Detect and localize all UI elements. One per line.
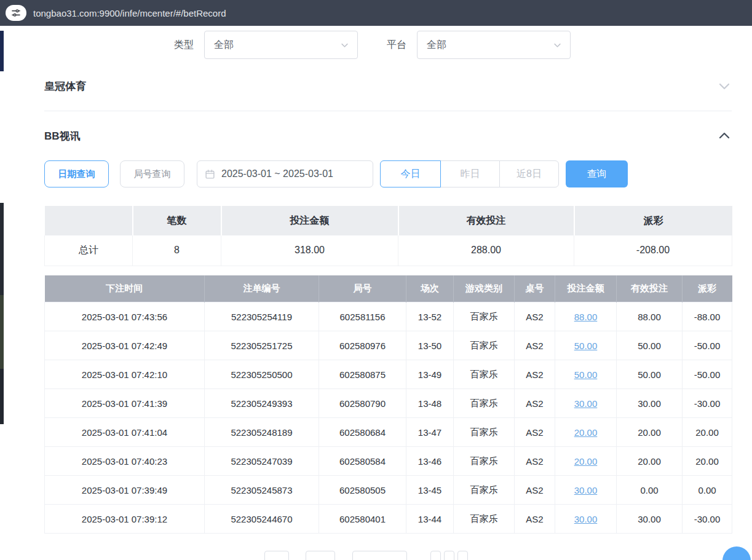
calendar-icon [205,169,215,179]
section-bb-video[interactable]: BB视讯 [44,128,732,143]
bet-record-table: 下注时间 注单编号 局号 场次 游戏类别 桌号 投注金额 有效投注 派彩 202… [44,275,732,534]
bet-time-cell: 2025-03-01 07:43:56 [45,302,205,331]
today-button[interactable]: 今日 [380,160,441,187]
bet-time-cell: 2025-03-01 07:42:10 [45,360,205,389]
header-payout: 派彩 [683,275,732,302]
last-8-days-button[interactable]: 近8日 [499,160,559,187]
header-bet-time: 下注时间 [45,275,205,302]
yesterday-button[interactable]: 昨日 [440,160,500,187]
chevron-down-icon[interactable] [717,79,732,93]
bet-amount-link[interactable]: 30.00 [574,485,598,495]
summary-bet-amount-value: 318.00 [221,235,398,266]
table-number-cell: AS2 [515,505,555,534]
bet-number-cell: 522305249393 [205,389,319,418]
background-window-sliver [0,203,4,295]
payout-cell: -30.00 [683,505,732,534]
table-number-cell: AS2 [515,360,555,389]
bet-amount-link[interactable]: 50.00 [574,341,598,351]
session-cell: 13-47 [406,418,454,447]
caret-down-icon [553,41,562,50]
query-toolbar: 日期查询 局号查询 2025-03-01 ~ 2025-03-01 今日 昨日 … [44,160,752,187]
browser-address-bar: tongbao31.com:9900/infe/mcenter/#/betRec… [0,0,752,26]
summary-total-label: 总计 [45,235,133,266]
game-type-cell: 百家乐 [454,331,515,360]
summary-table: 笔数 投注金额 有效投注 派彩 总计 8 318.00 288.00 -208.… [44,206,732,266]
bet-record-row: 2025-03-01 07:39:49 522305245873 6025805… [45,476,732,505]
header-bet-amount: 投注金额 [555,275,617,302]
bet-time-cell: 2025-03-01 07:41:04 [45,418,205,447]
header-round-number: 局号 [319,275,406,302]
table-number-cell: AS2 [515,476,555,505]
bet-record-row: 2025-03-01 07:41:04 522305248189 6025806… [45,418,732,447]
bet-amount-link[interactable]: 30.00 [574,514,598,524]
session-cell: 13-46 [406,447,454,476]
bet-record-row: 2025-03-01 07:43:56 522305254119 6025811… [45,302,732,331]
site-settings-tune-icon [11,8,21,18]
round-number-cell: 602580790 [319,389,406,418]
type-select[interactable]: 全部 [204,31,358,59]
game-type-cell: 百家乐 [454,302,515,331]
table-number-cell: AS2 [515,389,555,418]
section-crown-sports[interactable]: 皇冠体育 [44,79,732,93]
bet-amount-cell: 30.00 [555,389,617,418]
pagination-mini-button-2[interactable] [444,551,454,560]
valid-bet-cell: 50.00 [617,360,683,389]
bet-number-cell: 522305248189 [205,418,319,447]
date-range-value: 2025-03-01 ~ 2025-03-01 [221,168,333,179]
valid-bet-cell: 88.00 [617,302,683,331]
payout-cell: -50.00 [683,331,732,360]
pagination-size-select[interactable] [352,551,407,560]
session-cell: 13-49 [406,360,454,389]
chevron-up-icon[interactable] [717,128,732,143]
bet-amount-link[interactable]: 30.00 [574,398,598,409]
date-range-input[interactable]: 2025-03-01 ~ 2025-03-01 [197,160,373,187]
caret-down-icon [340,41,349,50]
pagination-mini-button-3[interactable] [457,551,468,560]
round-number-cell: 602580684 [319,418,406,447]
summary-header-payout: 派彩 [574,206,732,235]
table-number-cell: AS2 [515,447,555,476]
bet-record-row: 2025-03-01 07:39:12 522305244670 6025804… [45,505,732,534]
header-table-number: 桌号 [515,275,555,302]
session-cell: 13-50 [406,331,454,360]
summary-header-empty [45,206,133,235]
url-text[interactable]: tongbao31.com:9900/infe/mcenter/#/betRec… [33,8,226,18]
header-valid-bet: 有效投注 [617,275,683,302]
bet-amount-link[interactable]: 20.00 [574,456,598,467]
bet-number-cell: 522305245873 [205,476,319,505]
header-game-type: 游戏类别 [454,275,515,302]
game-type-cell: 百家乐 [454,389,515,418]
pagination-page-button[interactable] [306,551,335,560]
date-query-button[interactable]: 日期查询 [44,160,109,187]
pagination-prev-button[interactable] [264,551,289,560]
summary-header-row: 笔数 投注金额 有效投注 派彩 [45,206,732,235]
bet-amount-link[interactable]: 20.00 [574,427,598,438]
bet-amount-cell: 30.00 [555,476,617,505]
session-cell: 13-45 [406,476,454,505]
platform-select[interactable]: 全部 [417,31,571,59]
section-crown-sports-title: 皇冠体育 [44,79,86,93]
summary-header-count: 笔数 [133,206,221,235]
type-filter-label: 类型 [174,39,194,52]
table-number-cell: AS2 [515,331,555,360]
summary-count-value: 8 [133,235,221,266]
quick-date-button-group: 今日 昨日 近8日 [380,160,559,187]
pagination-mini-button-1[interactable] [430,551,441,560]
bet-amount-link[interactable]: 50.00 [574,369,598,380]
site-settings-button[interactable] [6,5,26,21]
bet-amount-link[interactable]: 88.00 [574,312,598,322]
table-number-cell: AS2 [515,418,555,447]
round-number-cell: 602580401 [319,505,406,534]
bet-amount-cell: 20.00 [555,418,617,447]
platform-select-value: 全部 [427,39,446,52]
section-bb-video-title: BB视讯 [44,129,81,143]
platform-filter-label: 平台 [387,39,406,52]
round-query-button[interactable]: 局号查询 [120,160,184,187]
payout-cell: -30.00 [683,389,732,418]
bet-amount-cell: 50.00 [555,360,617,389]
bet-number-cell: 522305250500 [205,360,319,389]
bet-time-cell: 2025-03-01 07:39:49 [45,476,205,505]
summary-total-row: 总计 8 318.00 288.00 -208.00 [45,235,732,266]
search-button[interactable]: 查询 [566,160,628,187]
background-window-sliver [0,295,4,369]
